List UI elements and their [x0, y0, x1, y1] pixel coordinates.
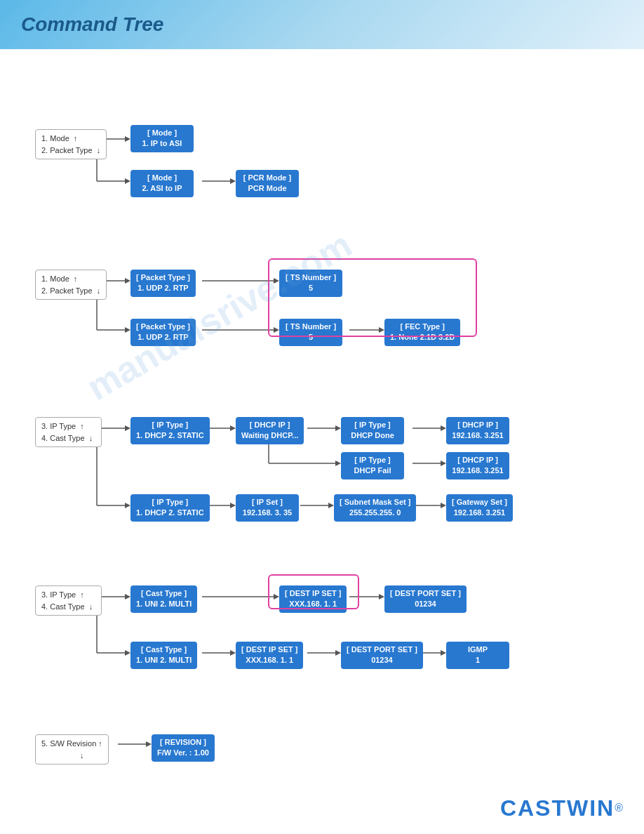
- svg-marker-35: [230, 503, 236, 508]
- svg-marker-28: [335, 461, 341, 466]
- nav-ip-cast-type: 3. IP Type ↑ 4. Cast Type ↓: [35, 417, 102, 447]
- box-dest-ip-set-lower: [ DEST IP SET ] XXX.168. 1. 1: [236, 642, 303, 669]
- svg-marker-8: [125, 278, 130, 284]
- box-dhcp-ip-251-upper: [ DHCP IP ] 192.168. 3.251: [446, 417, 509, 444]
- logo-reg: ®: [615, 802, 623, 814]
- box-cast-type-lower: [ Cast Type ] 1. UNI 2. MULTI: [130, 642, 197, 669]
- box-dhcp-ip-waiting: [ DHCP IP ] Waiting DHCP...: [236, 417, 304, 444]
- svg-marker-25: [441, 425, 446, 431]
- svg-marker-30: [441, 461, 446, 466]
- box-subnet-mask: [ Subnet Mask Set ] 255.255.255. 0: [334, 494, 416, 522]
- svg-marker-10: [274, 278, 279, 284]
- svg-marker-43: [274, 594, 279, 600]
- box-ip-type-dhcp-static-upper: [ IP Type ] 1. DHCP 2. STATIC: [130, 417, 210, 444]
- diagram-svg: [21, 63, 624, 821]
- svg-marker-54: [441, 650, 446, 656]
- svg-marker-48: [125, 650, 130, 656]
- header: Command Tree: [0, 0, 644, 49]
- svg-marker-50: [230, 650, 236, 656]
- svg-marker-6: [230, 178, 236, 184]
- logo-area: CASTWIN®: [500, 795, 623, 821]
- box-packet-type-upper: [ Packet Type ] 1. UDP 2. RTP: [130, 270, 196, 297]
- svg-marker-33: [125, 503, 130, 508]
- box-ip-type-static: [ IP Type ] 1. DHCP 2. STATIC: [130, 494, 210, 522]
- svg-marker-19: [125, 425, 130, 431]
- logo-win: WIN: [567, 795, 615, 821]
- svg-marker-13: [125, 327, 130, 333]
- box-cast-type-upper: [ Cast Type ] 1. UNI 2. MULTI: [130, 585, 197, 613]
- logo-cast: CAST: [500, 795, 567, 821]
- box-ip-set: [ IP Set ] 192.168. 3. 35: [236, 494, 299, 522]
- box-dest-port-set-lower: [ DEST PORT SET ] 01234: [341, 642, 423, 669]
- svg-marker-15: [274, 327, 279, 333]
- svg-marker-21: [230, 425, 236, 431]
- box-ip-type-dhcp-done: [ IP Type ] DHCP Done: [341, 417, 404, 444]
- svg-marker-45: [379, 594, 384, 600]
- box-fec-type: [ FEC Type ] 1. None 2.1D 3.2D: [384, 319, 460, 346]
- svg-marker-37: [328, 503, 334, 508]
- nav-ip-cast-type2: 3. IP Type ↑ 4. Cast Type ↓: [35, 585, 102, 616]
- box-pcr-mode: [ PCR Mode ] PCR Mode: [236, 170, 299, 197]
- svg-marker-52: [335, 650, 341, 656]
- box-packet-type-lower: [ Packet Type ] 1. UDP 2. RTP: [130, 319, 196, 346]
- box-ts-number-lower: [ TS Number ] 5: [279, 319, 342, 346]
- box-gateway-set: [ Gateway Set ] 192.168. 3.251: [446, 494, 513, 522]
- box-dest-ip-set-upper: [ DEST IP SET ] XXX.168. 1. 1: [279, 585, 347, 613]
- svg-marker-41: [125, 594, 130, 600]
- nav-mode-packet: 1. Mode ↑ 2. Packet Type ↓: [35, 129, 107, 159]
- box-mode-ip-to-asi: [ Mode ] 1. IP to ASI: [130, 125, 194, 152]
- svg-marker-1: [125, 136, 130, 142]
- diagram: 1. Mode ↑ 2. Packet Type ↓ [ Mode ] 1. I…: [21, 63, 624, 821]
- box-ip-type-dhcp-fail: [ IP Type ] DHCP Fail: [341, 452, 404, 479]
- svg-marker-4: [125, 178, 130, 184]
- nav-sw-revision: 5. S/W Revision ↑ ↓: [35, 734, 109, 764]
- svg-marker-56: [146, 741, 152, 747]
- svg-marker-39: [441, 503, 446, 508]
- box-ts-number-upper: [ TS Number ] 5: [279, 270, 342, 297]
- box-dhcp-ip-251-lower: [ DHCP IP ] 192.168. 3.251: [446, 452, 509, 479]
- svg-marker-23: [335, 425, 341, 431]
- page-title: Command Tree: [21, 13, 163, 36]
- box-revision: [ REVISION ] F/W Ver. : 1.00: [152, 734, 215, 762]
- svg-marker-17: [379, 327, 384, 333]
- box-dest-port-set-upper: [ DEST PORT SET ] 01234: [384, 585, 467, 613]
- box-mode-asi-to-ip: [ Mode ] 2. ASI to IP: [130, 170, 194, 197]
- nav-mode-packet2: 1. Mode ↑ 2. Packet Type ↓: [35, 270, 107, 300]
- box-igmp: IGMP 1: [446, 642, 509, 669]
